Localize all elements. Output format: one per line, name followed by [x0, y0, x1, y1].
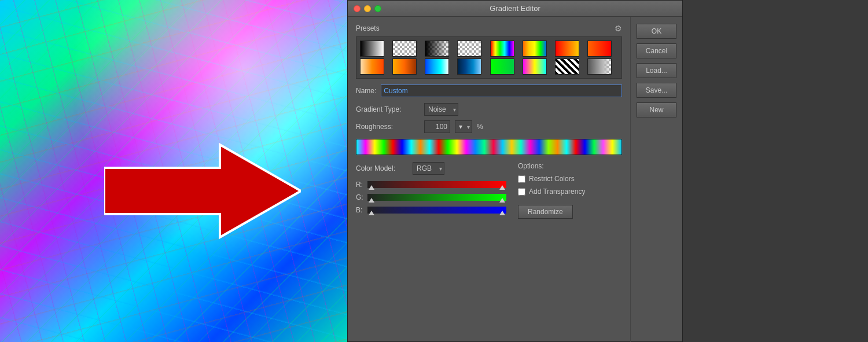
name-label: Name: — [356, 87, 376, 95]
presets-gear-icon[interactable]: ⚙ — [615, 24, 622, 33]
dialog-titlebar: Gradient Editor — [348, 1, 682, 17]
cancel-button[interactable]: Cancel — [637, 43, 676, 58]
g-slider-row: G: — [356, 193, 506, 201]
r-slider-left-thumb[interactable] — [369, 185, 374, 190]
restrict-colors-checkbox[interactable] — [518, 175, 525, 183]
preset-swatch-5[interactable] — [490, 41, 514, 57]
presets-grid — [356, 36, 622, 79]
options-label: Options: — [518, 162, 622, 170]
load-button[interactable]: Load... — [637, 63, 676, 78]
dialog-body: Presets ⚙ — [348, 17, 682, 342]
save-button[interactable]: Save... — [637, 83, 676, 98]
b-slider-row: B: — [356, 206, 506, 214]
preset-swatch-7[interactable] — [555, 41, 579, 57]
gradient-type-row: Gradient Type: Noise Solid — [356, 103, 622, 116]
preset-swatch-9[interactable] — [360, 58, 384, 75]
add-transparency-checkbox[interactable] — [518, 188, 525, 196]
presets-section: Presets ⚙ — [356, 24, 622, 33]
gradient-type-select[interactable]: Noise Solid — [424, 103, 458, 116]
preset-swatch-13[interactable] — [490, 58, 514, 75]
b-slider-right-thumb[interactable] — [499, 211, 505, 215]
roughness-input[interactable] — [424, 120, 450, 133]
add-transparency-label: Add Transparency — [529, 187, 585, 196]
gradient-editor-dialog: Gradient Editor Presets ⚙ — [347, 0, 683, 342]
dialog-main: Presets ⚙ — [348, 17, 630, 342]
new-button[interactable]: New — [637, 102, 676, 117]
randomize-button[interactable]: Randomize — [518, 205, 573, 219]
preset-swatch-10[interactable] — [392, 58, 417, 75]
ok-button[interactable]: OK — [637, 24, 676, 39]
preset-swatch-3[interactable] — [425, 41, 449, 57]
color-model-label: Color Model: — [356, 164, 408, 172]
bottom-section: Color Model: RGB HSB Lab R: — [356, 162, 622, 219]
color-model-select[interactable]: RGB HSB Lab — [413, 162, 444, 175]
gradient-preview-bar[interactable] — [356, 139, 622, 155]
name-input[interactable]: Custom — [381, 84, 622, 97]
r-slider-right-thumb[interactable] — [499, 185, 505, 190]
name-row: Name: Custom — [356, 84, 622, 97]
restrict-colors-label: Restrict Colors — [529, 175, 575, 183]
svg-marker-0 — [104, 145, 301, 237]
roughness-label: Roughness: — [356, 123, 420, 131]
traffic-lights — [354, 5, 381, 12]
roughness-dropdown-wrapper: ▾ — [455, 120, 472, 133]
roughness-dropdown[interactable]: ▾ — [455, 120, 472, 133]
g-slider-right-thumb[interactable] — [499, 198, 505, 203]
gradient-type-select-wrapper: Noise Solid — [424, 103, 458, 116]
presets-label: Presets — [356, 24, 380, 32]
r-slider-row: R: — [356, 181, 506, 189]
canvas-area — [0, 0, 347, 342]
color-model-select-wrapper: RGB HSB Lab — [413, 162, 444, 175]
close-button[interactable] — [354, 5, 361, 12]
gradient-type-label: Gradient Type: — [356, 105, 420, 113]
dialog-title: Gradient Editor — [490, 4, 540, 13]
preset-swatch-1[interactable] — [360, 41, 384, 57]
options-section: Options: Restrict Colors Add Transparenc… — [518, 162, 622, 219]
color-model-section: Color Model: RGB HSB Lab R: — [356, 162, 506, 219]
arrow-overlay — [104, 139, 301, 243]
color-model-row: Color Model: RGB HSB Lab — [356, 162, 506, 175]
g-slider-track[interactable] — [367, 194, 506, 201]
preset-swatch-4[interactable] — [457, 41, 481, 57]
preset-swatch-8[interactable] — [587, 41, 612, 57]
preset-swatch-6[interactable] — [523, 41, 547, 57]
roughness-row: Roughness: ▾ % — [356, 120, 622, 133]
roughness-pct-label: % — [477, 123, 483, 131]
maximize-button[interactable] — [374, 5, 381, 12]
minimize-button[interactable] — [364, 5, 371, 12]
b-slider-track[interactable] — [367, 207, 506, 214]
b-slider-left-thumb[interactable] — [369, 211, 374, 215]
preset-swatch-15[interactable] — [555, 58, 579, 75]
r-slider-track[interactable] — [367, 181, 506, 188]
r-channel-label: R: — [356, 181, 364, 189]
g-slider-left-thumb[interactable] — [369, 198, 374, 203]
g-channel-label: G: — [356, 193, 364, 201]
b-channel-label: B: — [356, 206, 364, 214]
restrict-colors-row: Restrict Colors — [518, 175, 622, 183]
add-transparency-row: Add Transparency — [518, 187, 622, 196]
preset-swatch-12[interactable] — [457, 58, 481, 75]
preset-swatch-2[interactable] — [392, 41, 417, 57]
dialog-sidebar: OK Cancel Load... Save... New — [630, 17, 682, 342]
preset-swatch-16[interactable] — [587, 58, 612, 75]
preset-swatch-14[interactable] — [523, 58, 547, 75]
preset-swatch-11[interactable] — [425, 58, 449, 75]
